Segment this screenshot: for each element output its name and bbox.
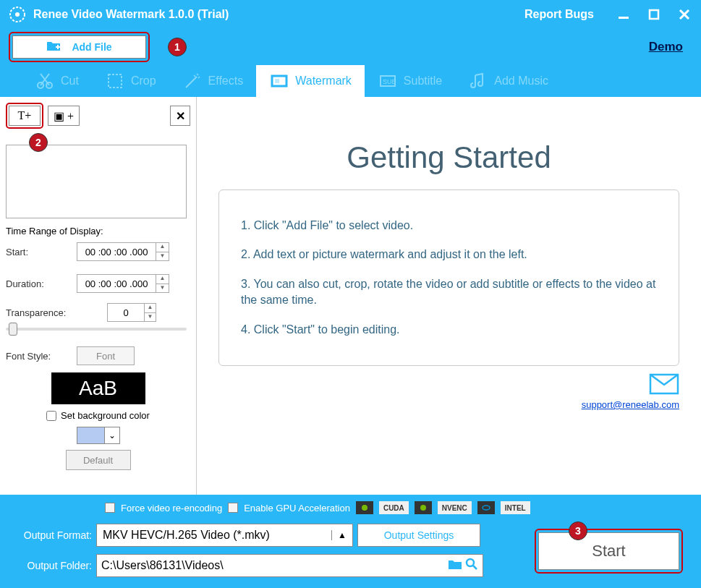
add-file-button[interactable]: Add File	[12, 35, 146, 59]
output-settings-button[interactable]: Output Settings	[357, 524, 480, 547]
svg-point-1	[15, 12, 20, 17]
nvidia-icon	[356, 501, 373, 514]
nvenc-badge: NVENC	[438, 501, 472, 514]
add-file-label: Add File	[72, 41, 111, 53]
intel-badge: INTEL	[501, 501, 530, 514]
tab-subtitle[interactable]: SUB Subtitle	[365, 65, 455, 97]
demo-link[interactable]: Demo	[649, 40, 683, 54]
bg-color-swatch	[77, 427, 105, 443]
svg-rect-8	[109, 74, 122, 88]
callout-badge-2: 2	[29, 133, 48, 152]
force-reencode-checkbox[interactable]	[105, 503, 115, 513]
tab-crop[interactable]: Crop	[92, 65, 169, 97]
callout-badge-1: 1	[168, 38, 187, 56]
intel-icon	[477, 501, 495, 514]
start-up[interactable]: ▲	[156, 243, 169, 252]
scissors-icon	[35, 71, 55, 91]
output-folder-label: Output Folder:	[11, 560, 92, 571]
tab-watermark[interactable]: Watermark	[256, 65, 365, 97]
gpu-accel-label: Enable GPU Acceleration	[244, 503, 350, 514]
tab-effects-label: Effects	[208, 74, 244, 88]
bg-color-selector[interactable]: ⌄	[77, 427, 120, 444]
output-format-value: MKV HEVC/H.265 Video (*.mkv)	[103, 529, 270, 542]
tab-addmusic[interactable]: Add Music	[455, 65, 561, 97]
svg-point-15	[420, 505, 426, 511]
nvidia-icon-2	[415, 501, 432, 514]
support-email-link[interactable]: support@reneelab.com	[582, 399, 679, 410]
font-style-label: Font Style:	[6, 351, 77, 362]
add-file-icon	[46, 40, 61, 55]
watermark-icon	[269, 71, 289, 91]
add-image-watermark-button[interactable]: ▣ +	[48, 106, 80, 126]
report-bugs-link[interactable]: Report Bugs	[524, 8, 594, 21]
force-reencode-label: Force video re-encoding	[121, 503, 222, 514]
trans-down[interactable]: ▼	[145, 313, 156, 322]
transparence-slider-thumb[interactable]	[9, 323, 17, 336]
svg-rect-3	[650, 10, 658, 19]
start-down[interactable]: ▼	[156, 252, 169, 261]
transparence-input[interactable]	[108, 304, 144, 321]
trans-up[interactable]: ▲	[145, 304, 156, 313]
start-label: Start:	[6, 247, 77, 257]
font-button[interactable]: Font	[77, 346, 135, 365]
duration-input[interactable]	[77, 275, 156, 292]
chevron-up-icon: ▲	[331, 530, 347, 540]
remove-watermark-button[interactable]: ✕	[170, 106, 190, 126]
watermark-preview-box[interactable]	[6, 145, 187, 218]
close-button[interactable]	[676, 7, 692, 22]
support-block: support@reneelab.com	[218, 373, 679, 411]
svg-point-17	[467, 559, 474, 566]
output-format-label: Output Format:	[11, 529, 92, 541]
svg-rect-10	[275, 79, 279, 83]
toolbar-row: Add File 1 Demo	[0, 29, 701, 65]
transparence-slider[interactable]	[6, 328, 187, 331]
subtitle-icon: SUB	[378, 71, 398, 91]
chevron-down-icon: ⌄	[105, 427, 119, 443]
duration-up[interactable]: ▲	[156, 275, 169, 284]
maximize-button[interactable]	[646, 7, 662, 22]
add-file-highlight: Add File	[9, 32, 150, 62]
svg-rect-5	[57, 45, 59, 49]
app-title: Renee Video Watermark 1.0.0 (Trial)	[33, 8, 524, 21]
titlebar: Renee Video Watermark 1.0.0 (Trial) Repo…	[0, 0, 701, 29]
app-window: Renee Video Watermark 1.0.0 (Trial) Repo…	[0, 0, 701, 588]
svg-text:SUB: SUB	[383, 78, 396, 85]
default-button[interactable]: Default	[66, 450, 131, 470]
minimize-button[interactable]	[616, 7, 632, 22]
search-icon[interactable]	[465, 558, 478, 574]
output-folder-input[interactable]	[101, 559, 445, 572]
getting-started-box: 1. Click "Add File" to select video. 2. …	[218, 189, 679, 366]
crop-icon	[105, 71, 125, 91]
music-icon	[468, 71, 488, 91]
gpu-accel-checkbox[interactable]	[228, 503, 238, 513]
output-folder-field[interactable]	[96, 554, 483, 577]
font-preview: AaB	[51, 372, 145, 404]
gs-step3: 3. You can also cut, crop, rotate the vi…	[241, 276, 657, 309]
add-text-watermark-button[interactable]: T+	[9, 106, 41, 126]
start-time-spinner[interactable]: ▲▼	[77, 242, 169, 261]
encoding-options-row: Force video re-encoding Enable GPU Accel…	[105, 499, 690, 516]
getting-started-title: Getting Started	[218, 140, 679, 175]
gs-step4: 4. Click "Start" to begin editing.	[241, 322, 657, 338]
duration-label: Duration:	[6, 278, 77, 289]
start-highlight: 3 Start	[535, 529, 683, 574]
window-controls	[616, 7, 692, 22]
start-button[interactable]: Start	[538, 532, 679, 570]
add-text-highlight: T+	[6, 103, 43, 129]
gs-step1: 1. Click "Add File" to select video.	[241, 218, 657, 234]
duration-down[interactable]: ▼	[156, 284, 169, 293]
folder-open-icon[interactable]	[448, 558, 462, 574]
output-format-select[interactable]: MKV HEVC/H.265 Video (*.mkv) ▲	[96, 524, 353, 547]
start-time-input[interactable]	[77, 243, 156, 260]
tab-effects[interactable]: Effects	[169, 65, 257, 97]
wand-icon	[182, 71, 203, 91]
tab-subtitle-label: Subtitle	[404, 74, 442, 88]
tab-cut[interactable]: Cut	[22, 65, 92, 97]
bg-color-checkbox[interactable]	[46, 411, 56, 421]
cuda-badge: CUDA	[379, 501, 409, 514]
tab-cut-label: Cut	[61, 74, 79, 88]
duration-spinner[interactable]: ▲▼	[77, 274, 169, 293]
transparence-spinner[interactable]: ▲▼	[107, 303, 156, 322]
bg-color-label: Set background color	[61, 410, 150, 421]
watermark-panel: T+ ▣ + ✕ 2 Time Range of Display: Start:…	[0, 97, 197, 495]
